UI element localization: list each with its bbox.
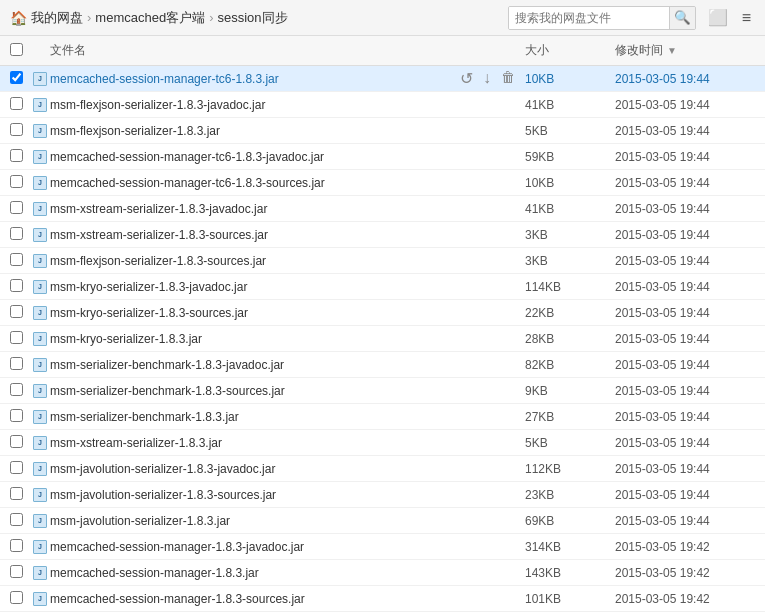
table-row[interactable]: Jmsm-serializer-benchmark-1.8.3-sources.… [0,378,765,404]
file-date: 2015-03-05 19:44 [615,410,755,424]
row-checkbox[interactable] [10,201,23,214]
row-checkbox[interactable] [10,71,23,84]
search-icon: 🔍 [674,10,691,25]
table-row[interactable]: Jmsm-serializer-benchmark-1.8.3.jar27KB2… [0,404,765,430]
fullscreen-icon[interactable]: ⬜ [704,6,732,29]
download-button[interactable]: ↓ [481,69,493,88]
table-row[interactable]: Jmsm-javolution-serializer-1.8.3.jar69KB… [0,508,765,534]
search-input[interactable] [509,7,669,29]
file-type-icon: J [30,150,50,164]
file-name: msm-kryo-serializer-1.8.3-sources.jar [50,306,525,320]
row-checkbox[interactable] [10,539,23,552]
table-row[interactable]: Jmsm-flexjson-serializer-1.8.3-javadoc.j… [0,92,765,118]
search-button[interactable]: 🔍 [669,7,695,29]
file-size: 22KB [525,306,615,320]
header-checkbox-col [10,43,30,59]
row-checkbox-col [10,487,30,503]
sort-icon: ▼ [667,45,677,56]
file-name: memcached-session-manager-1.8.3-sources.… [50,592,525,606]
row-checkbox[interactable] [10,435,23,448]
row-checkbox[interactable] [10,383,23,396]
row-checkbox[interactable] [10,149,23,162]
row-checkbox-col [10,513,30,529]
file-type-icon: J [30,176,50,190]
file-size: 114KB [525,280,615,294]
file-name: msm-xstream-serializer-1.8.3-sources.jar [50,228,525,242]
row-checkbox-col [10,227,30,243]
row-checkbox[interactable] [10,591,23,604]
breadcrumb-session[interactable]: session同步 [218,9,288,27]
file-type-icon: J [30,566,50,580]
row-checkbox[interactable] [10,97,23,110]
select-all-checkbox[interactable] [10,43,23,56]
table-row[interactable]: Jmemcached-session-manager-1.8.3.jar143K… [0,560,765,586]
row-checkbox[interactable] [10,305,23,318]
row-checkbox[interactable] [10,279,23,292]
row-checkbox[interactable] [10,487,23,500]
table-row[interactable]: Jmemcached-session-manager-tc6-1.8.3-sou… [0,170,765,196]
table-row[interactable]: Jmemcached-session-manager-1.8.3-sources… [0,586,765,612]
table-row[interactable]: Jmemcached-session-manager-tc6-1.8.3.jar… [0,66,765,92]
file-name: msm-javolution-serializer-1.8.3.jar [50,514,525,528]
delete-button[interactable]: 🗑 [499,69,517,88]
row-checkbox-col [10,71,30,87]
row-checkbox[interactable] [10,331,23,344]
row-checkbox[interactable] [10,409,23,422]
breadcrumb-sep2: › [209,10,213,25]
file-type-icon: J [30,72,50,86]
row-checkbox-col [10,97,30,113]
row-checkbox-col [10,357,30,373]
row-checkbox-col [10,461,30,477]
file-size: 5KB [525,436,615,450]
table-row[interactable]: Jmsm-flexjson-serializer-1.8.3.jar5KB201… [0,118,765,144]
file-size: 9KB [525,384,615,398]
row-checkbox[interactable] [10,253,23,266]
file-type-icon: J [30,514,50,528]
file-size: 59KB [525,150,615,164]
list-view-icon[interactable]: ≡ [738,7,755,29]
table-row[interactable]: Jmsm-xstream-serializer-1.8.3-sources.ja… [0,222,765,248]
file-date: 2015-03-05 19:44 [615,332,755,346]
table-row[interactable]: Jmsm-javolution-serializer-1.8.3-javadoc… [0,456,765,482]
file-type-icon: J [30,202,50,216]
file-date: 2015-03-05 19:44 [615,124,755,138]
table-row[interactable]: Jmemcached-session-manager-1.8.3-javadoc… [0,534,765,560]
share-button[interactable]: ↺ [458,69,475,88]
row-checkbox[interactable] [10,175,23,188]
file-size: 3KB [525,228,615,242]
table-row[interactable]: Jmemcached-session-manager-tc6-1.8.3-jav… [0,144,765,170]
header-date[interactable]: 修改时间 ▼ [615,42,755,59]
file-name: msm-kryo-serializer-1.8.3-javadoc.jar [50,280,525,294]
row-checkbox[interactable] [10,461,23,474]
table-row[interactable]: Jmsm-serializer-benchmark-1.8.3-javadoc.… [0,352,765,378]
header-size[interactable]: 大小 [525,42,615,59]
row-checkbox-col [10,149,30,165]
row-checkbox[interactable] [10,227,23,240]
table-row[interactable]: Jmsm-xstream-serializer-1.8.3.jar5KB2015… [0,430,765,456]
breadcrumb-home[interactable]: 我的网盘 [31,9,83,27]
table-row[interactable]: Jmsm-kryo-serializer-1.8.3-javadoc.jar11… [0,274,765,300]
search-area: 🔍 [508,6,696,30]
table-row[interactable]: Jmsm-flexjson-serializer-1.8.3-sources.j… [0,248,765,274]
file-size: 69KB [525,514,615,528]
breadcrumb-memcached[interactable]: memcached客户端 [95,9,205,27]
table-row[interactable]: Jmsm-kryo-serializer-1.8.3.jar28KB2015-0… [0,326,765,352]
row-checkbox-col [10,175,30,191]
file-date: 2015-03-05 19:44 [615,228,755,242]
header-name: 文件名 [50,42,525,59]
file-name: msm-flexjson-serializer-1.8.3-javadoc.ja… [50,98,525,112]
row-checkbox[interactable] [10,513,23,526]
file-size: 82KB [525,358,615,372]
row-checkbox[interactable] [10,123,23,136]
row-checkbox[interactable] [10,357,23,370]
table-row[interactable]: Jmsm-xstream-serializer-1.8.3-javadoc.ja… [0,196,765,222]
file-type-icon: J [30,228,50,242]
row-checkbox[interactable] [10,565,23,578]
row-checkbox-col [10,253,30,269]
file-date: 2015-03-05 19:44 [615,280,755,294]
table-row[interactable]: Jmsm-javolution-serializer-1.8.3-sources… [0,482,765,508]
table-row[interactable]: Jmsm-kryo-serializer-1.8.3-sources.jar22… [0,300,765,326]
file-size: 143KB [525,566,615,580]
file-date: 2015-03-05 19:44 [615,384,755,398]
column-header: 文件名 大小 修改时间 ▼ [0,36,765,66]
